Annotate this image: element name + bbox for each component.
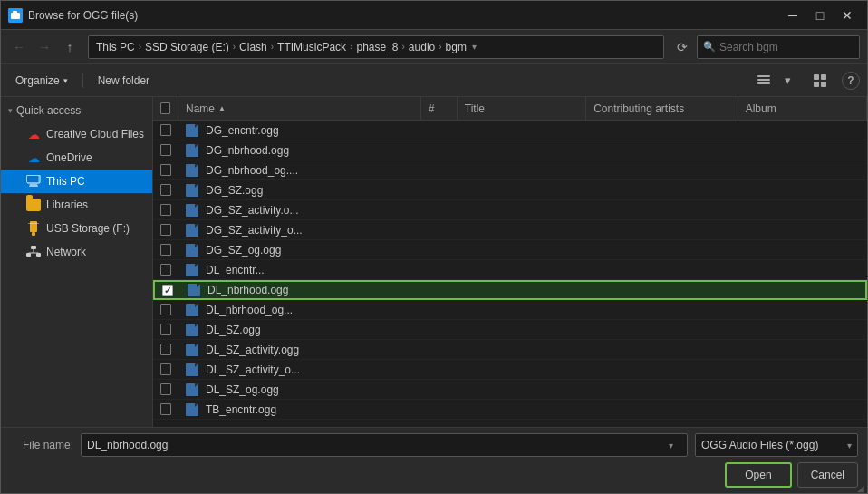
file-name[interactable]: DL_nbrhood_og... (178, 300, 421, 319)
column-artists[interactable]: Contributing artists (586, 97, 738, 120)
file-row[interactable]: DL_SZ_activity_o... (153, 360, 867, 380)
file-checkbox[interactable] (153, 121, 178, 140)
breadcrumb-audio[interactable]: audio (409, 41, 435, 53)
file-row[interactable]: DL_SZ_activity.ogg (153, 340, 867, 360)
breadcrumb-ssd[interactable]: SSD Storage (E:) (145, 41, 229, 53)
sidebar: ▾ Quick access ☁ Creative Cloud Files ☁ … (1, 97, 153, 427)
minimize-button[interactable]: ─ (780, 6, 805, 24)
file-name[interactable]: DL_SZ_activity.ogg (178, 340, 421, 359)
file-checkbox[interactable] (153, 140, 178, 160)
sidebar-item-this-pc[interactable]: This PC (1, 170, 152, 193)
file-name[interactable]: DG_nbrhood_og.... (178, 160, 421, 179)
cancel-button[interactable]: Cancel (797, 462, 858, 488)
header-checkbox[interactable] (160, 102, 170, 114)
file-row[interactable]: DG_SZ_og.ogg (153, 240, 867, 260)
svg-rect-16 (31, 246, 36, 249)
file-row[interactable]: DL_nbrhood_og... (153, 300, 867, 320)
back-button[interactable]: ← (8, 36, 30, 58)
file-checkbox[interactable] (153, 260, 178, 279)
file-row[interactable]: DL_encntr... (153, 260, 867, 280)
help-button[interactable]: ? (842, 72, 860, 90)
file-name[interactable]: DL_SZ_og.ogg (178, 380, 421, 399)
new-folder-label: New folder (98, 74, 149, 87)
file-name[interactable]: DL_SZ_activity_o... (178, 360, 421, 379)
refresh-button[interactable]: ⟳ (671, 36, 693, 58)
file-row[interactable]: DG_SZ_activity.o... (153, 200, 867, 220)
search-input[interactable] (719, 41, 854, 53)
file-artists (586, 140, 738, 160)
file-name[interactable]: DG_SZ.ogg (178, 180, 421, 199)
file-checkbox[interactable] (153, 400, 178, 419)
breadcrumb-bar[interactable]: This PC › SSD Storage (E:) › Clash › TTI… (88, 35, 664, 59)
bottom-bar: File name: ▾ OGG Audio Files (*.ogg) ▾ O… (1, 427, 867, 493)
breadcrumb-clash[interactable]: Clash (239, 41, 267, 53)
up-button[interactable]: ↑ (59, 36, 81, 58)
view-dropdown-button[interactable]: ▾ (776, 70, 798, 92)
organize-label: Organize (15, 74, 60, 87)
sidebar-item-onedrive[interactable]: ☁ OneDrive (1, 146, 152, 170)
column-title[interactable]: Title (458, 97, 586, 120)
file-checkbox[interactable] (153, 200, 178, 219)
view-details-button[interactable] (753, 70, 775, 92)
open-button[interactable]: Open (725, 462, 791, 488)
file-row[interactable]: DG_SZ_activity_o... (153, 220, 867, 240)
resize-handle[interactable]: ◢ (857, 483, 868, 494)
file-checkbox[interactable] (153, 360, 178, 379)
breadcrumb-dropdown-icon[interactable]: ▾ (472, 42, 477, 52)
filetype-select[interactable]: OGG Audio Files (*.ogg) ▾ (695, 433, 858, 457)
file-checkbox[interactable] (153, 220, 178, 239)
file-row[interactable]: DG_encntr.ogg (153, 121, 867, 140)
sidebar-item-quick-access[interactable]: ▾ Quick access (1, 101, 152, 121)
filename-input[interactable] (87, 439, 669, 451)
column-hash[interactable]: # (421, 97, 458, 120)
file-row[interactable]: DG_nbrhood.ogg (153, 140, 867, 160)
file-name[interactable]: DG_SZ_activity.o... (178, 200, 421, 219)
sidebar-item-libraries[interactable]: Libraries (1, 193, 152, 217)
file-name[interactable]: DG_nbrhood.ogg (178, 140, 421, 160)
file-name[interactable]: DL_encntr... (178, 260, 421, 279)
file-row[interactable]: DG_SZ.ogg (153, 180, 867, 200)
file-row[interactable]: DG_nbrhood_og.... (153, 160, 867, 180)
sidebar-item-creative-cloud[interactable]: ☁ Creative Cloud Files (1, 122, 152, 146)
file-name-text: DG_nbrhood_og.... (206, 164, 298, 177)
file-checkbox[interactable] (153, 340, 178, 359)
forward-button[interactable]: → (34, 36, 55, 58)
breadcrumb-phase[interactable]: phase_8 (356, 41, 398, 53)
file-checkbox[interactable] (153, 320, 178, 339)
file-name[interactable]: TB_encntr.ogg (178, 400, 421, 419)
file-name[interactable]: DG_SZ_activity_o... (178, 220, 421, 239)
file-checkbox[interactable] (153, 380, 178, 399)
file-name[interactable]: DL_SZ.ogg (178, 320, 421, 339)
file-title (458, 200, 586, 219)
file-row[interactable]: TB_encntr.ogg (153, 400, 867, 420)
filename-dropdown-icon[interactable]: ▾ (669, 441, 681, 450)
file-checkbox[interactable]: ✓ (155, 282, 180, 298)
file-row[interactable]: DL_SZ.ogg (153, 320, 867, 340)
file-row[interactable]: ✓DL_nbrhood.ogg (153, 280, 867, 300)
sidebar-item-usb-storage[interactable]: USB Storage (F:) (1, 217, 152, 240)
new-folder-button[interactable]: New folder (91, 71, 157, 91)
file-name[interactable]: DL_nbrhood.ogg (180, 282, 422, 298)
sidebar-item-network[interactable]: Network (1, 240, 152, 264)
large-icons-button[interactable] (809, 70, 831, 92)
close-button[interactable]: ✕ (834, 6, 860, 24)
file-checkbox[interactable] (153, 160, 178, 179)
file-checkbox[interactable] (153, 180, 178, 199)
column-name[interactable]: Name ▲ (178, 97, 421, 120)
navigation-toolbar: ← → ↑ This PC › SSD Storage (E:) › Clash… (1, 30, 867, 64)
file-checkbox[interactable] (153, 300, 178, 319)
file-hash (421, 140, 458, 160)
file-list[interactable]: DG_encntr.oggDG_nbrhood.oggDG_nbrhood_og… (153, 121, 867, 427)
breadcrumb-tti[interactable]: TTIMusicPack (277, 41, 346, 53)
file-album (738, 140, 867, 160)
organize-button[interactable]: Organize ▾ (8, 71, 75, 91)
search-box[interactable]: 🔍 (697, 35, 860, 59)
file-name[interactable]: DG_encntr.ogg (178, 121, 421, 140)
file-row[interactable]: DL_SZ_og.ogg (153, 380, 867, 400)
file-name[interactable]: DG_SZ_og.ogg (178, 240, 421, 259)
breadcrumb-bgm[interactable]: bgm (446, 41, 467, 53)
maximize-button[interactable]: □ (807, 6, 833, 24)
file-checkbox[interactable] (153, 240, 178, 259)
breadcrumb-this-pc[interactable]: This PC (96, 41, 135, 53)
column-album[interactable]: Album (738, 97, 867, 120)
